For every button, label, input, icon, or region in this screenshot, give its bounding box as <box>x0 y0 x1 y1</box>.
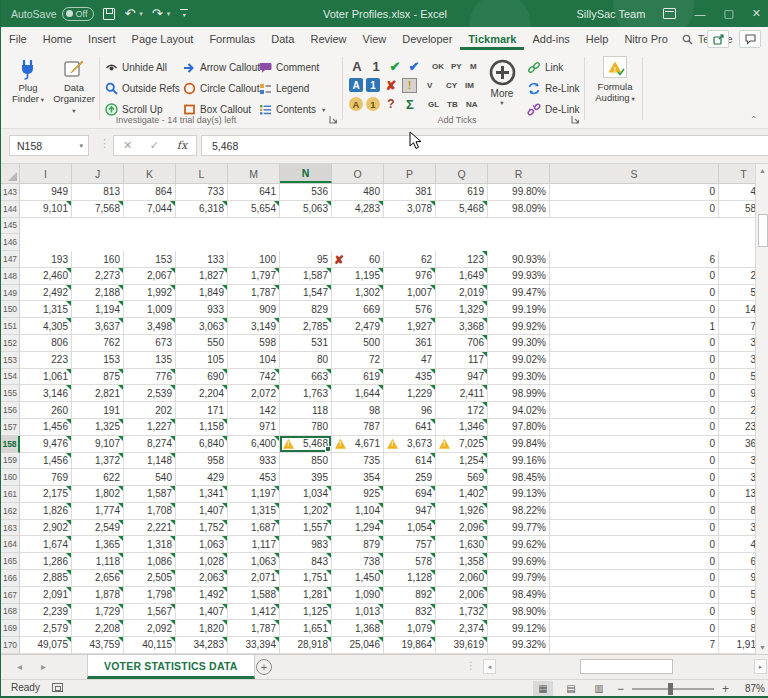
grid-cell[interactable]: 850 <box>280 453 332 470</box>
zoom-slider-thumb[interactable] <box>668 683 673 695</box>
grid-cell[interactable]: 1,820 <box>176 620 228 637</box>
grid-cell[interactable]: 0 <box>550 536 719 553</box>
formula-input[interactable]: 5,468 <box>201 135 768 156</box>
grid-cell[interactable]: 1,007 <box>384 285 436 302</box>
grid-cell[interactable]: 578 <box>384 553 436 570</box>
tick-blue-check[interactable]: ✔ <box>406 58 422 74</box>
grid-cell[interactable]: 735 <box>332 453 384 470</box>
grid-cell[interactable]: 99.30% <box>488 335 550 352</box>
grid-cell[interactable]: 1,450 <box>332 570 384 587</box>
ribbon-tab-insert[interactable]: Insert <box>80 29 124 50</box>
grid-cell[interactable]: 223 <box>20 352 72 369</box>
tick-text-py[interactable]: PY <box>451 62 467 71</box>
grid-cell[interactable]: 9,101 <box>20 201 72 218</box>
grid-cell[interactable]: 39,619 <box>436 637 488 654</box>
tick-number-1[interactable]: 1 <box>368 58 384 74</box>
grid-cell[interactable] <box>550 218 719 235</box>
grid-cell[interactable]: 2,019 <box>436 285 488 302</box>
grid-cell[interactable]: 0 <box>550 184 719 201</box>
grid-cell[interactable]: 28,918 <box>280 637 332 654</box>
grid-cell[interactable]: 2,239 <box>20 604 72 621</box>
grid-cell[interactable]: 694 <box>384 486 436 503</box>
collapse-ribbon-icon[interactable]: ⌃ <box>750 115 757 124</box>
tick-exclamation-hovered[interactable]: ! <box>402 78 417 93</box>
grid-cell[interactable]: 2,072 <box>228 385 280 402</box>
grid-cell[interactable]: 191 <box>72 402 124 419</box>
grid-cell[interactable] <box>124 234 176 251</box>
grid-cell[interactable]: 259 <box>384 469 436 486</box>
grid-cell[interactable] <box>72 218 124 235</box>
grid-cell[interactable]: 133 <box>176 251 228 268</box>
grid-cell[interactable]: 663 <box>280 369 332 386</box>
grid-cell[interactable]: 90.93% <box>488 251 550 268</box>
row-header-154[interactable]: 154 <box>1 369 20 386</box>
grid-cell[interactable]: 2,204 <box>176 385 228 402</box>
undo-caret-icon[interactable]: ▾ <box>139 10 143 18</box>
grid-cell[interactable]: 3,637 <box>72 318 124 335</box>
grid-cell[interactable]: 0 <box>550 369 719 386</box>
grid-cell[interactable]: 0 <box>550 335 719 352</box>
grid-cell[interactable]: 1,229 <box>384 385 436 402</box>
unhide-all-button[interactable]: Unhide All <box>105 58 180 77</box>
grid-cell[interactable]: 1,086 <box>124 553 176 570</box>
grid-cell[interactable]: 1,674 <box>20 536 72 553</box>
grid-cell[interactable]: 395 <box>280 469 332 486</box>
row-header-157[interactable]: 157 <box>1 419 20 436</box>
grid-cell[interactable]: 2,539 <box>124 385 176 402</box>
grid-cell[interactable]: 60✘ <box>332 251 384 268</box>
grid-cell[interactable]: 33,394 <box>228 637 280 654</box>
grid-cell[interactable]: 1,061 <box>20 369 72 386</box>
ribbon-tab-developer[interactable]: Developer <box>394 29 460 50</box>
grid-cell[interactable]: 453 <box>228 469 280 486</box>
grid-cell[interactable]: 892 <box>384 587 436 604</box>
grid-cell[interactable]: 98.90% <box>488 604 550 621</box>
grid-cell[interactable]: 1,849 <box>176 285 228 302</box>
grid-cell[interactable]: 381 <box>384 184 436 201</box>
scroll-down-arrow-icon[interactable]: ▼ <box>756 644 768 651</box>
zoom-level[interactable]: 87% <box>737 683 765 694</box>
grid-cell[interactable]: 776 <box>124 369 176 386</box>
grid-cell[interactable]: 0 <box>550 620 719 637</box>
grid-cell[interactable]: 875 <box>72 369 124 386</box>
grid-cell[interactable]: 1,644 <box>332 385 384 402</box>
grid-cell[interactable]: 738 <box>332 553 384 570</box>
grid-cell[interactable]: 4,671! <box>332 436 384 453</box>
grid-cell[interactable]: 1,797 <box>228 268 280 285</box>
grid-cell[interactable]: 7 <box>550 637 719 654</box>
grid-cell[interactable]: 1,802 <box>72 486 124 503</box>
grid-cell[interactable]: 142 <box>228 402 280 419</box>
grid-cell[interactable]: 99.19% <box>488 301 550 318</box>
grid-cell[interactable]: 780 <box>280 419 332 436</box>
grid-cell[interactable]: 4,305 <box>20 318 72 335</box>
grid-cell[interactable]: 1,118 <box>72 553 124 570</box>
legend-button[interactable]: Legend <box>259 79 325 98</box>
redo-caret-icon[interactable]: ▾ <box>167 10 171 18</box>
grid-cell[interactable]: 1,992 <box>124 285 176 302</box>
grid-cell[interactable]: 98.49% <box>488 587 550 604</box>
grid-cell[interactable]: 976 <box>384 268 436 285</box>
grid-cell[interactable]: 62 <box>384 251 436 268</box>
grid-cell[interactable]: 99.13% <box>488 486 550 503</box>
grid-cell[interactable]: 813 <box>72 184 124 201</box>
insert-function-icon[interactable]: fx <box>177 139 187 152</box>
grid-cell[interactable]: 1,826 <box>20 503 72 520</box>
grid-cell[interactable]: 0 <box>550 553 719 570</box>
grid-cell[interactable]: 1,798 <box>124 587 176 604</box>
grid-cell[interactable] <box>72 234 124 251</box>
grid-cell[interactable]: 1,751 <box>280 570 332 587</box>
grid-cell[interactable]: 435 <box>384 369 436 386</box>
grid-cell[interactable]: 98 <box>332 402 384 419</box>
grid-cell[interactable]: 480 <box>332 184 384 201</box>
grid-cell[interactable]: 99.84% <box>488 436 550 453</box>
grid-cell[interactable]: 9,476 <box>20 436 72 453</box>
ribbon-tab-view[interactable]: View <box>355 29 395 50</box>
row-header-151[interactable]: 151 <box>1 318 20 335</box>
column-header-i[interactable]: I <box>20 164 72 183</box>
column-header-n[interactable]: N <box>280 164 332 183</box>
grid-cell[interactable]: 2,060 <box>436 570 488 587</box>
grid-cell[interactable]: 0 <box>550 520 719 537</box>
grid-cell[interactable]: 2,479 <box>332 318 384 335</box>
grid-cell[interactable]: 99.62% <box>488 536 550 553</box>
ribbon-tab-review[interactable]: Review <box>302 29 354 50</box>
grid-cell[interactable]: 3,498 <box>124 318 176 335</box>
